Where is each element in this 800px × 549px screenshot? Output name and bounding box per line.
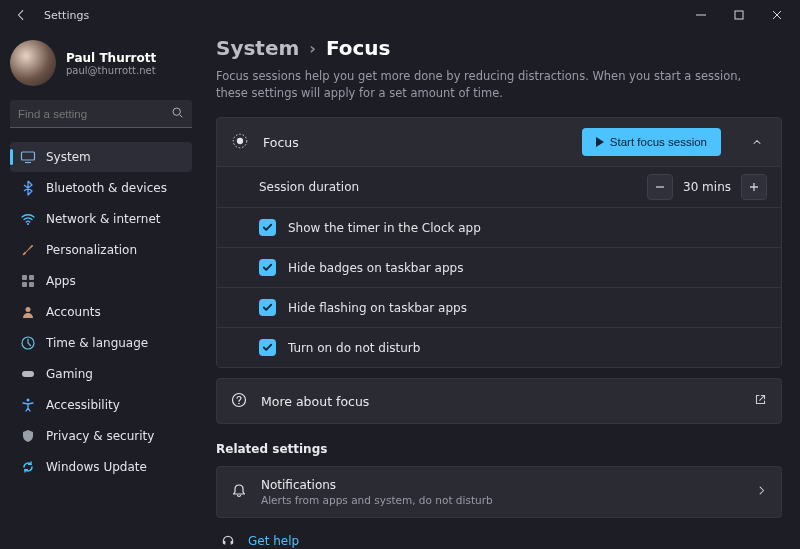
open-external-icon xyxy=(754,393,767,409)
nav-bluetooth[interactable]: Bluetooth & devices xyxy=(10,173,192,203)
nav: System Bluetooth & devices Network & int… xyxy=(10,142,192,482)
start-focus-button[interactable]: Start focus session xyxy=(582,128,721,156)
nav-personalization[interactable]: Personalization xyxy=(10,235,192,265)
checkbox-hide-flashing[interactable] xyxy=(259,299,276,316)
nav-label: Personalization xyxy=(46,243,137,257)
bell-icon xyxy=(231,483,247,502)
nav-label: Accessibility xyxy=(46,398,120,412)
nav-windows-update[interactable]: Windows Update xyxy=(10,452,192,482)
svg-point-11 xyxy=(27,399,30,402)
chevron-right-icon xyxy=(756,485,767,499)
system-icon xyxy=(20,149,36,165)
focus-label: Focus xyxy=(263,135,568,150)
search-box[interactable] xyxy=(10,100,192,128)
user-name: Paul Thurrott xyxy=(66,51,156,65)
maximize-button[interactable] xyxy=(720,0,758,30)
svg-point-1 xyxy=(173,108,180,115)
related-heading: Related settings xyxy=(216,442,782,456)
focus-header: Focus Start focus session xyxy=(217,118,781,166)
page-description: Focus sessions help you get more done by… xyxy=(216,68,776,101)
minimize-button[interactable] xyxy=(682,0,720,30)
svg-rect-7 xyxy=(29,282,34,287)
nav-label: Accounts xyxy=(46,305,101,319)
duration-increase-button[interactable] xyxy=(741,174,767,200)
help-circle-icon xyxy=(231,392,247,411)
back-button[interactable] xyxy=(12,8,30,22)
svg-rect-0 xyxy=(735,11,743,19)
duration-decrease-button[interactable] xyxy=(647,174,673,200)
svg-point-13 xyxy=(237,138,243,144)
user-email: paul@thurrott.net xyxy=(66,65,156,76)
nav-label: Windows Update xyxy=(46,460,147,474)
option-show-timer: Show the timer in the Clock app xyxy=(217,207,781,247)
session-duration-row: Session duration 30 mins xyxy=(217,167,781,207)
focus-subpanel: Session duration 30 mins Show the timer … xyxy=(217,166,781,367)
close-button[interactable] xyxy=(758,0,796,30)
nav-label: Apps xyxy=(46,274,76,288)
nav-system[interactable]: System xyxy=(10,142,192,172)
option-hide-badges: Hide badges on taskbar apps xyxy=(217,247,781,287)
nav-accessibility[interactable]: Accessibility xyxy=(10,390,192,420)
notifications-subtitle: Alerts from apps and system, do not dist… xyxy=(261,494,742,506)
nav-label: Gaming xyxy=(46,367,93,381)
nav-apps[interactable]: Apps xyxy=(10,266,192,296)
nav-accounts[interactable]: Accounts xyxy=(10,297,192,327)
nav-label: Bluetooth & devices xyxy=(46,181,167,195)
avatar xyxy=(10,40,56,86)
checkbox-hide-badges[interactable] xyxy=(259,259,276,276)
content: System › Focus Focus sessions help you g… xyxy=(200,30,800,549)
nav-privacy[interactable]: Privacy & security xyxy=(10,421,192,451)
breadcrumb: System › Focus xyxy=(216,36,782,60)
profile-block[interactable]: Paul Thurrott paul@thurrott.net xyxy=(10,36,192,100)
svg-point-15 xyxy=(238,403,240,405)
get-help-label: Get help xyxy=(248,534,299,548)
nav-time-language[interactable]: Time & language xyxy=(10,328,192,358)
svg-rect-5 xyxy=(29,275,34,280)
nav-network[interactable]: Network & internet xyxy=(10,204,192,234)
help-icon xyxy=(220,534,236,548)
title-bar: Settings xyxy=(0,0,800,30)
window-title: Settings xyxy=(44,9,89,22)
brush-icon xyxy=(20,242,36,258)
gamepad-icon xyxy=(20,366,36,382)
collapse-button[interactable] xyxy=(743,128,771,156)
svg-rect-4 xyxy=(22,275,27,280)
nav-label: Network & internet xyxy=(46,212,161,226)
option-dnd: Turn on do not disturb xyxy=(217,327,781,367)
option-label: Show the timer in the Clock app xyxy=(288,221,481,235)
apps-icon xyxy=(20,273,36,289)
sidebar: Paul Thurrott paul@thurrott.net System B… xyxy=(0,30,200,549)
shield-icon xyxy=(20,428,36,444)
breadcrumb-parent[interactable]: System xyxy=(216,36,299,60)
svg-point-3 xyxy=(27,223,29,225)
bluetooth-icon xyxy=(20,180,36,196)
svg-rect-10 xyxy=(22,371,34,377)
svg-point-8 xyxy=(26,307,31,312)
nav-label: Privacy & security xyxy=(46,429,154,443)
focus-card: Focus Start focus session Session durati… xyxy=(216,117,782,368)
checkbox-show-timer[interactable] xyxy=(259,219,276,236)
option-label: Hide badges on taskbar apps xyxy=(288,261,463,275)
svg-rect-2 xyxy=(22,152,35,160)
notifications-card[interactable]: Notifications Alerts from apps and syste… xyxy=(216,466,782,518)
search-input[interactable] xyxy=(18,108,165,120)
session-duration-label: Session duration xyxy=(259,180,647,194)
footer-links: Get help Give feedback xyxy=(216,534,782,549)
checkbox-dnd[interactable] xyxy=(259,339,276,356)
more-about-focus[interactable]: More about focus xyxy=(216,378,782,424)
get-help-link[interactable]: Get help xyxy=(220,534,782,548)
chevron-right-icon: › xyxy=(309,39,316,58)
nav-gaming[interactable]: Gaming xyxy=(10,359,192,389)
search-icon xyxy=(171,106,184,122)
breadcrumb-current: Focus xyxy=(326,36,391,60)
wifi-icon xyxy=(20,211,36,227)
nav-label: Time & language xyxy=(46,336,148,350)
nav-label: System xyxy=(46,150,91,164)
session-duration-value: 30 mins xyxy=(673,180,741,194)
option-label: Turn on do not disturb xyxy=(288,341,420,355)
update-icon xyxy=(20,459,36,475)
play-icon xyxy=(596,137,604,147)
focus-ring-icon xyxy=(231,132,249,153)
clock-globe-icon xyxy=(20,335,36,351)
person-icon xyxy=(20,304,36,320)
